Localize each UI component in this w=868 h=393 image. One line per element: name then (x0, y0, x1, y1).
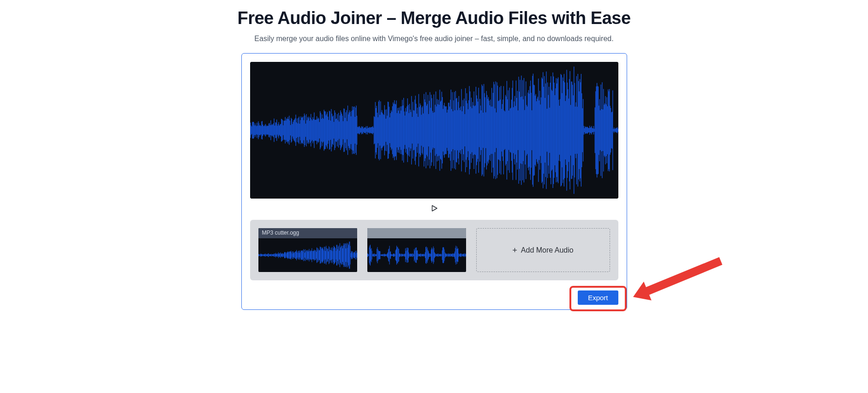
svg-rect-378 (498, 101, 498, 159)
clip-1[interactable]: MP3 cutter.ogg (258, 228, 357, 272)
svg-rect-8 (254, 123, 255, 137)
svg-rect-227 (399, 108, 399, 153)
svg-rect-543 (606, 97, 607, 163)
svg-rect-872 (439, 254, 439, 256)
svg-rect-258 (419, 107, 419, 153)
svg-rect-30 (269, 123, 269, 137)
svg-rect-234 (403, 98, 404, 163)
svg-rect-669 (317, 250, 318, 260)
svg-rect-429 (531, 110, 532, 150)
clip-2[interactable] (367, 228, 466, 272)
svg-rect-18 (261, 121, 262, 139)
svg-rect-775 (386, 254, 386, 256)
svg-rect-439 (538, 79, 539, 182)
svg-rect-187 (372, 126, 373, 134)
svg-rect-141 (342, 116, 342, 145)
svg-rect-564 (260, 254, 260, 257)
svg-rect-431 (533, 73, 533, 187)
svg-rect-161 (355, 108, 355, 153)
svg-rect-515 (588, 128, 588, 132)
svg-rect-300 (447, 113, 447, 148)
svg-rect-641 (302, 250, 303, 260)
svg-rect-648 (306, 250, 306, 260)
svg-rect-276 (431, 95, 431, 166)
svg-rect-101 (316, 120, 316, 141)
svg-rect-335 (469, 91, 470, 169)
svg-rect-2 (251, 126, 251, 135)
svg-rect-454 (548, 95, 548, 166)
svg-rect-719 (345, 243, 345, 267)
svg-rect-446 (543, 72, 543, 188)
svg-rect-657 (311, 251, 311, 260)
svg-rect-644 (304, 250, 304, 260)
svg-rect-465 (555, 88, 556, 172)
svg-rect-193 (376, 106, 377, 155)
add-more-audio-button[interactable]: + Add More Audio (476, 228, 610, 272)
svg-rect-863 (434, 252, 435, 258)
svg-rect-545 (608, 90, 608, 171)
svg-rect-339 (472, 102, 473, 158)
svg-rect-821 (411, 254, 412, 256)
svg-rect-746 (370, 245, 370, 266)
export-button[interactable]: Export (578, 290, 618, 305)
svg-rect-224 (396, 113, 397, 147)
svg-rect-308 (452, 92, 452, 169)
svg-rect-521 (592, 128, 593, 133)
svg-rect-218 (393, 103, 393, 158)
svg-rect-398 (511, 100, 511, 161)
svg-rect-351 (480, 105, 480, 155)
svg-rect-524 (594, 129, 594, 132)
svg-rect-835 (419, 254, 419, 256)
svg-rect-106 (319, 122, 319, 139)
svg-rect-145 (345, 118, 345, 143)
svg-rect-255 (417, 108, 417, 153)
svg-rect-215 (390, 110, 391, 151)
svg-rect-280 (433, 94, 434, 166)
svg-rect-122 (329, 111, 330, 149)
svg-rect-212 (389, 107, 389, 154)
svg-rect-171 (362, 127, 362, 133)
svg-rect-259 (419, 103, 420, 157)
svg-rect-100 (315, 120, 316, 140)
svg-rect-871 (438, 254, 439, 256)
svg-rect-260 (420, 105, 421, 155)
svg-rect-58 (287, 117, 288, 143)
play-button[interactable] (429, 203, 439, 213)
svg-rect-542 (605, 104, 606, 156)
svg-rect-203 (383, 114, 383, 146)
svg-rect-72 (297, 118, 297, 142)
svg-rect-279 (433, 113, 433, 148)
waveform-main[interactable] (250, 62, 618, 199)
svg-rect-220 (394, 100, 395, 160)
svg-rect-705 (337, 249, 338, 261)
svg-rect-352 (481, 110, 481, 150)
svg-rect-590 (274, 254, 275, 257)
svg-rect-777 (387, 254, 387, 257)
svg-rect-195 (377, 117, 378, 143)
svg-rect-680 (323, 251, 324, 260)
svg-rect-376 (497, 82, 497, 178)
svg-rect-379 (498, 101, 499, 160)
svg-rect-670 (318, 248, 318, 261)
svg-rect-421 (526, 105, 527, 155)
svg-rect-487 (569, 71, 570, 189)
svg-rect-324 (462, 100, 463, 161)
clips-tray: MP3 cutter.ogg + Add More Audio (250, 220, 618, 280)
svg-rect-85 (305, 124, 305, 137)
svg-rect-491 (572, 85, 573, 176)
svg-rect-552 (612, 91, 613, 170)
play-icon (430, 204, 438, 212)
svg-rect-3 (251, 127, 251, 134)
svg-rect-257 (418, 94, 419, 167)
svg-rect-803 (401, 254, 401, 257)
svg-rect-713 (341, 246, 342, 264)
svg-rect-642 (303, 252, 303, 259)
svg-rect-244 (410, 109, 410, 151)
svg-rect-240 (407, 98, 407, 162)
svg-rect-449 (545, 98, 545, 163)
svg-rect-124 (331, 109, 331, 151)
svg-rect-165 (358, 127, 358, 133)
svg-rect-211 (388, 102, 389, 158)
svg-rect-99 (314, 120, 315, 141)
svg-rect-895 (452, 254, 452, 256)
